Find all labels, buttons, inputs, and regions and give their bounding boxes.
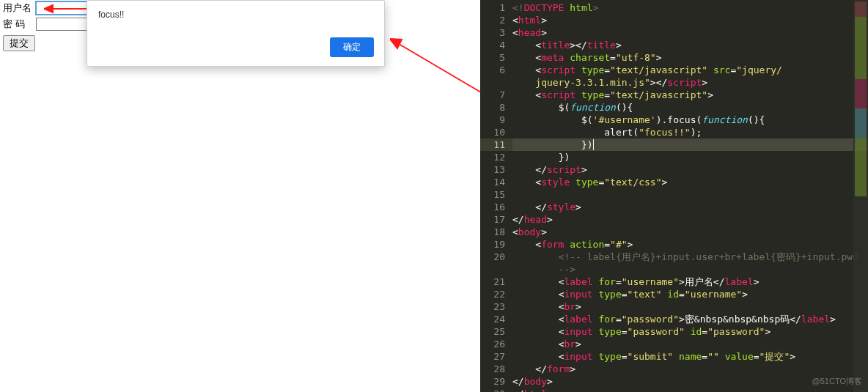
line-number: 9 [480, 114, 512, 126]
code-line[interactable]: <input type="submit" name="" value="提交"> [512, 350, 868, 363]
code-line[interactable]: <label for="password">密&nbsp&nbsp&nbsp码<… [512, 313, 868, 325]
line-number: 29 [480, 375, 512, 388]
code-line[interactable]: <!-- label{用户名}+input.user+br+label{密码}+… [512, 251, 868, 263]
line-number: 2 [480, 14, 512, 26]
line-number: 15 [480, 188, 512, 201]
code-line[interactable]: $('#username').focus(function(){ [512, 114, 868, 126]
line-number: 3 [480, 26, 512, 39]
line-number: 11 [480, 138, 512, 151]
line-number: 14 [480, 176, 512, 188]
line-number: 4 [480, 39, 512, 51]
line-number: 5 [480, 51, 512, 64]
submit-button[interactable]: 提交 [3, 35, 35, 51]
line-number: 1 [480, 1, 512, 14]
code-line[interactable]: alert("focus!!"); [512, 126, 868, 138]
line-number: 30 [480, 388, 512, 392]
code-line[interactable]: <style type="text/css"> [512, 176, 868, 188]
code-line[interactable]: $(function(){ [512, 101, 868, 114]
code-line[interactable]: </style> [512, 201, 868, 213]
code-line[interactable]: <head> [512, 26, 868, 39]
code-line[interactable]: <meta charset="utf-8"> [512, 51, 868, 64]
code-line[interactable]: <br> [512, 300, 868, 313]
editor-minimap[interactable] [853, 0, 868, 392]
browser-render-area: 用户名 密 码 提交 focus!! 确定 [0, 0, 480, 392]
username-input[interactable] [36, 1, 92, 15]
code-line[interactable]: <input type="text" id="username"> [512, 288, 868, 300]
line-number: 23 [480, 300, 512, 313]
line-number: 10 [480, 126, 512, 138]
code-line[interactable]: <label for="username">用户名</label> [512, 275, 868, 288]
code-line[interactable]: <!DOCTYPE html> [512, 1, 868, 14]
alert-message: focus!! [98, 10, 124, 20]
code-line[interactable]: }) [512, 151, 868, 163]
code-line[interactable]: <html> [512, 14, 868, 26]
line-number: 12 [480, 151, 512, 163]
watermark: @51CTO博客 [812, 375, 862, 388]
line-number: 22 [480, 288, 512, 300]
line-number: 28 [480, 363, 512, 375]
code-line[interactable]: </head> [512, 213, 868, 226]
line-number: 8 [480, 101, 512, 114]
code-line[interactable]: <input type="password" id="password"> [512, 325, 868, 338]
line-number: 19 [480, 238, 512, 251]
line-number: 16 [480, 201, 512, 213]
code-line[interactable]: </script> [512, 163, 868, 176]
line-number: 17 [480, 213, 512, 226]
line-number: 18 [480, 226, 512, 238]
alert-dialog: focus!! 确定 [87, 0, 385, 67]
line-number: 13 [480, 163, 512, 176]
editor-gutter: 123456 7891011121314151617181920 2122232… [480, 0, 512, 392]
code-line[interactable]: }) [512, 138, 868, 151]
code-line[interactable]: <script type="text/javascript"> [512, 89, 868, 101]
line-number: 20 [480, 251, 512, 263]
line-number: 6 [480, 64, 512, 76]
code-line[interactable]: <form action="#"> [512, 238, 868, 251]
code-line[interactable]: --> [512, 263, 868, 275]
line-number [480, 263, 512, 275]
alert-ok-button[interactable]: 确定 [330, 37, 374, 57]
line-number: 21 [480, 275, 512, 288]
line-number: 25 [480, 325, 512, 338]
code-line[interactable] [512, 188, 868, 201]
code-line[interactable]: <title></title> [512, 39, 868, 51]
line-number: 26 [480, 338, 512, 350]
line-number [480, 76, 512, 89]
code-editor[interactable]: 123456 7891011121314151617181920 2122232… [480, 0, 868, 392]
code-line[interactable]: <script type="text/javascript" src="jque… [512, 64, 868, 76]
code-line[interactable]: </form> [512, 363, 868, 375]
code-line[interactable]: <br> [512, 338, 868, 350]
line-number: 24 [480, 313, 512, 325]
screenshot-stage: 用户名 密 码 提交 focus!! 确定 123456 78910111213… [0, 0, 868, 392]
code-line[interactable]: </html> [512, 388, 868, 392]
username-label: 用户名 [0, 1, 36, 15]
code-line[interactable]: <body> [512, 226, 868, 238]
line-number: 7 [480, 89, 512, 101]
password-input[interactable] [36, 18, 92, 31]
code-line[interactable]: jquery-3.3.1.min.js"></script> [512, 76, 868, 89]
line-number: 27 [480, 350, 512, 363]
password-label: 密 码 [0, 18, 36, 31]
editor-code-area[interactable]: <!DOCTYPE html><html><head> <title></tit… [512, 1, 868, 392]
